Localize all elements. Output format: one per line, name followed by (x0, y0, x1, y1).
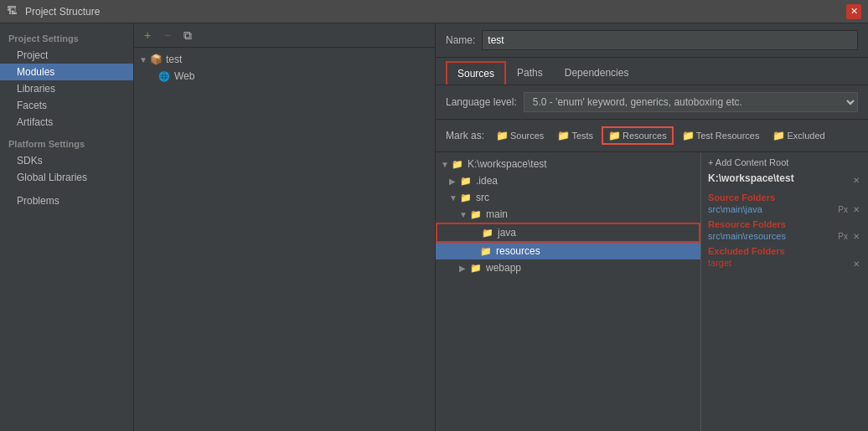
excluded-folder-icon: 📁 (772, 130, 785, 141)
excluded-folders-title: Excluded Folders (708, 246, 861, 256)
platform-settings-label: Platform Settings (0, 136, 133, 152)
content-split: ▼ 📁 K:\workspace\test ▶ 📁 .idea ▼ 📁 src (436, 152, 868, 431)
sidebar-item-project[interactable]: Project (0, 47, 133, 64)
tree-item-resources[interactable]: 📁 resources (436, 243, 700, 259)
main-folder-icon: 📁 (469, 208, 483, 221)
root-label: K:\workspace\test (468, 158, 547, 170)
right-panel: Name: Sources Paths Dependencies Languag… (436, 23, 868, 431)
module-icon: 📦 (149, 53, 163, 66)
source-folders-title: Source Folders (708, 192, 861, 203)
mark-sources-button[interactable]: 📁 Sources (491, 128, 549, 143)
mark-test-resources-label: Test Resources (696, 131, 760, 141)
src-folder-icon: 📁 (459, 191, 473, 204)
title-bar: 🏗 Project Structure ✕ (0, 0, 868, 23)
main-arrow: ▼ (459, 210, 469, 219)
tree-item-java[interactable]: 📁 java (436, 223, 700, 243)
mark-tests-label: Tests (571, 131, 593, 141)
sidebar: Project Settings Project Modules Librari… (0, 23, 134, 431)
app-icon: 🏗 (7, 5, 20, 18)
language-level-row: Language level: 5.0 - 'enum' keyword, ge… (436, 85, 868, 120)
sources-folder-icon: 📁 (496, 130, 509, 141)
resource-path-text: src\main\resources (708, 231, 836, 241)
language-level-label: Language level: (446, 96, 517, 108)
tabs-row: Sources Paths Dependencies (436, 58, 868, 85)
middle-panel: + − ⧉ ▼ 📦 test 🌐 Web (134, 23, 436, 431)
mark-excluded-button[interactable]: 📁 Excluded (767, 128, 829, 143)
mark-test-resources-button[interactable]: 📁 Test Resources (677, 128, 765, 143)
tree-item-main[interactable]: ▼ 📁 main (436, 206, 700, 223)
sidebar-item-global-libraries[interactable]: Global Libraries (0, 169, 133, 186)
project-settings-label: Project Settings (0, 30, 133, 47)
tree-item-root[interactable]: ▼ 📁 K:\workspace\test (436, 156, 700, 172)
idea-arrow: ▶ (449, 177, 459, 186)
resource-path-actions: Px ✕ (836, 232, 861, 241)
tree-item-web[interactable]: 🌐 Web (134, 68, 435, 85)
sidebar-item-artifacts[interactable]: Artifacts (0, 114, 133, 131)
source-path-close-button[interactable]: ✕ (851, 205, 861, 214)
sidebar-item-modules[interactable]: Modules (0, 64, 133, 80)
sidebar-item-libraries[interactable]: Libraries (0, 80, 133, 97)
root-folder-icon: 📁 (451, 157, 464, 171)
mark-as-row: Mark as: 📁 Sources 📁 Tests 📁 Resources 📁… (436, 120, 868, 152)
main-container: Project Settings Project Modules Librari… (0, 23, 868, 431)
language-level-select[interactable]: 5.0 - 'enum' keyword, generics, autoboxi… (524, 92, 858, 112)
tree-label-web: Web (174, 70, 194, 82)
sidebar-item-problems[interactable]: Problems (0, 192, 133, 209)
info-path-header: K:\workspace\test (708, 172, 794, 184)
resource-path-item: src\main\resources Px ✕ (708, 231, 861, 241)
module-tree: ▼ 📦 test 🌐 Web (134, 48, 435, 431)
close-button[interactable]: ✕ (846, 4, 861, 19)
tree-item-src[interactable]: ▼ 📁 src (436, 189, 700, 206)
webapp-arrow: ▶ (459, 264, 469, 273)
resource-folders-title: Resource Folders (708, 219, 861, 229)
webapp-label: webapp (486, 262, 521, 274)
tree-item-idea[interactable]: ▶ 📁 .idea (436, 172, 700, 189)
info-panel: + Add Content Root K:\workspace\test ✕ S… (700, 152, 868, 431)
test-resources-folder-icon: 📁 (682, 130, 695, 141)
main-label: main (486, 208, 508, 220)
webapp-folder-icon: 📁 (469, 261, 483, 275)
source-path-text: src\main\java (708, 204, 836, 214)
resource-path-close-button[interactable]: ✕ (851, 232, 861, 241)
resources-label: resources (496, 245, 540, 257)
web-icon: 🌐 (158, 69, 171, 83)
idea-folder-icon: 📁 (459, 174, 473, 187)
source-path-px-button[interactable]: Px (836, 205, 850, 214)
sidebar-item-sdks[interactable]: SDKs (0, 152, 133, 169)
tree-item-test[interactable]: ▼ 📦 test (134, 51, 435, 68)
tree-arrow-test: ▼ (139, 55, 149, 64)
excluded-path-actions: ✕ (851, 259, 861, 269)
tree-item-webapp[interactable]: ▶ 📁 webapp (436, 259, 700, 276)
excluded-path-close-button[interactable]: ✕ (851, 259, 861, 269)
mark-as-label: Mark as: (446, 130, 484, 141)
add-module-button[interactable]: + (139, 27, 156, 44)
sidebar-item-facets[interactable]: Facets (0, 97, 133, 114)
src-label: src (476, 192, 489, 203)
module-toolbar: + − ⧉ (134, 23, 435, 48)
add-content-root-button[interactable]: + Add Content Root (708, 157, 861, 167)
copy-module-button[interactable]: ⧉ (179, 27, 196, 44)
source-path-item: src\main\java Px ✕ (708, 204, 861, 214)
name-row: Name: (436, 23, 868, 58)
name-input[interactable] (482, 30, 858, 50)
resource-path-px-button[interactable]: Px (836, 232, 850, 241)
tests-folder-icon: 📁 (557, 130, 570, 141)
mark-excluded-label: Excluded (787, 131, 824, 141)
info-close-button[interactable]: ✕ (851, 176, 861, 185)
title-bar-text: Project Structure (25, 6, 846, 18)
tab-sources[interactable]: Sources (446, 61, 506, 85)
source-path-actions: Px ✕ (836, 205, 861, 214)
src-arrow: ▼ (449, 193, 459, 203)
mark-tests-button[interactable]: 📁 Tests (552, 128, 598, 143)
root-arrow: ▼ (441, 160, 451, 169)
tab-paths[interactable]: Paths (506, 61, 554, 85)
excluded-path-item: target ✕ (708, 258, 861, 269)
remove-module-button[interactable]: − (159, 27, 176, 44)
mark-resources-button[interactable]: 📁 Resources (602, 126, 674, 145)
resources-folder-icon-tree: 📁 (479, 244, 493, 258)
tree-label-test: test (166, 54, 182, 65)
java-folder-icon: 📁 (481, 226, 494, 239)
mark-resources-label: Resources (623, 131, 667, 141)
java-label: java (498, 227, 516, 239)
tab-dependencies[interactable]: Dependencies (554, 61, 640, 85)
